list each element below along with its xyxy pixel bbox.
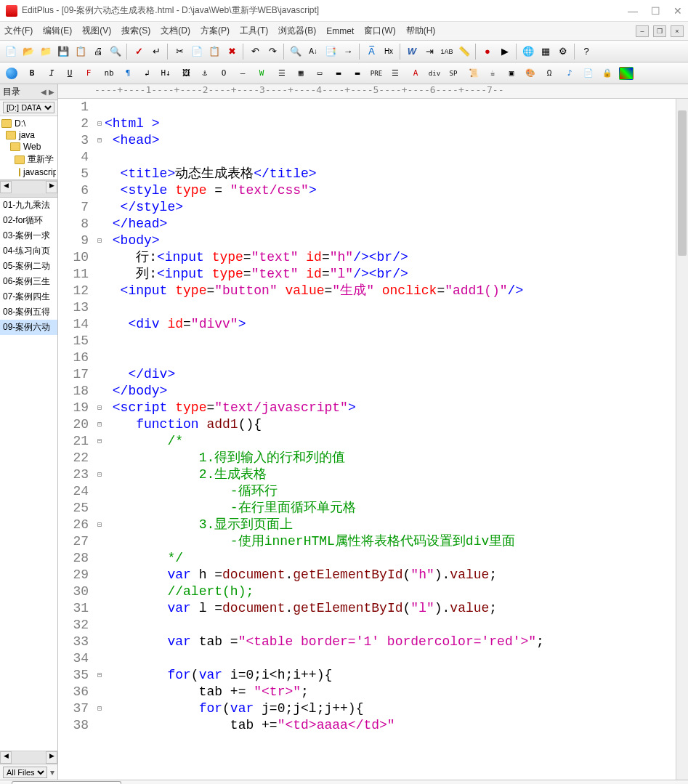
hr-button[interactable]: — <box>234 65 251 81</box>
tab-active[interactable]: 📄 09-案例六动态生成 ⊗ <box>12 781 121 784</box>
save-icon[interactable]: 💾 <box>55 44 71 60</box>
menu-window[interactable]: 窗口(W) <box>364 25 395 37</box>
menu-document[interactable]: 文档(D) <box>161 25 190 37</box>
spellcheck-icon[interactable]: ✓ <box>131 44 147 60</box>
abl-button[interactable]: A <box>407 65 424 81</box>
line-num-icon[interactable]: 1AB <box>439 44 455 60</box>
fold-gutter[interactable]: ⊟⊟⊟⊟⊟⊟⊟⊟⊟⊟ <box>94 99 105 780</box>
cut-icon[interactable]: ✂ <box>171 44 187 60</box>
form-button[interactable]: ▭ <box>311 65 328 81</box>
bold-button[interactable]: B <box>23 65 41 81</box>
delete-icon[interactable]: ✖ <box>224 44 240 60</box>
sidebar-nav-arrows[interactable]: ◀ ▶ <box>41 88 54 96</box>
anchor-button[interactable]: ⚓ <box>196 65 214 81</box>
underline-button[interactable]: U <box>61 65 78 81</box>
filter-select[interactable]: All Files <box>3 767 47 778</box>
music-button[interactable]: ♪ <box>561 65 578 81</box>
file-item[interactable]: 05-案例二动 <box>0 259 57 274</box>
tile-icon[interactable]: ▦ <box>538 44 554 60</box>
tree-node[interactable]: D:\ <box>1 118 56 129</box>
menu-view[interactable]: 视图(V) <box>82 25 111 37</box>
filelist-scrollbar[interactable]: ◀▶ <box>0 751 57 764</box>
nbsp-button[interactable]: nb <box>100 65 118 81</box>
paste-icon[interactable]: 📋 <box>206 44 222 60</box>
para-button[interactable]: ¶ <box>119 65 137 81</box>
textarea-button[interactable]: ▬ <box>349 65 366 81</box>
list-button[interactable]: ☰ <box>387 65 404 81</box>
copy-icon[interactable]: 📄 <box>189 44 205 60</box>
word-icon[interactable]: W <box>404 44 420 60</box>
minimize-button[interactable]: — <box>628 5 638 17</box>
file-item[interactable]: 09-案例六动 <box>0 320 57 335</box>
menu-search[interactable]: 搜索(S) <box>121 25 150 37</box>
file-item[interactable]: 07-案例四生 <box>0 289 57 304</box>
tool1-icon[interactable]: A̅ <box>363 44 379 60</box>
preview-icon[interactable]: 🔍 <box>108 44 124 60</box>
menu-edit[interactable]: 编辑(E) <box>43 25 72 37</box>
indent-icon[interactable]: ⇥ <box>421 44 437 60</box>
menu-project[interactable]: 方案(P) <box>201 25 230 37</box>
record-icon[interactable]: ● <box>479 44 495 60</box>
heading-button[interactable]: H↓ <box>157 65 174 81</box>
tool2-icon[interactable]: Hx <box>381 44 397 60</box>
settings-icon[interactable]: ⚙ <box>555 44 571 60</box>
mdi-restore[interactable]: ❐ <box>653 25 666 37</box>
new-file-icon[interactable]: 📄 <box>3 44 19 60</box>
menu-help[interactable]: 帮助(H) <box>406 25 436 37</box>
tree-scrollbar[interactable]: ◀▶ <box>0 180 57 193</box>
code-editor[interactable]: 1234567891011121314151617181920212223242… <box>58 99 688 780</box>
folder-tree[interactable]: D:\javaWeb重新学javascript <box>0 116 57 180</box>
table-button[interactable]: ▦ <box>292 65 309 81</box>
replace-icon[interactable]: A↓ <box>305 44 321 60</box>
print-icon[interactable]: 🖨 <box>90 44 106 60</box>
w-button[interactable]: W <box>253 65 270 81</box>
div-button[interactable]: div <box>426 65 443 81</box>
tree-node[interactable]: 重新学 <box>1 153 56 166</box>
italic-button[interactable]: I <box>42 65 60 81</box>
help-icon[interactable]: ? <box>578 44 594 60</box>
pre-button[interactable]: PRE <box>368 65 385 81</box>
play-icon[interactable]: ▶ <box>497 44 513 60</box>
object2-button[interactable]: ▣ <box>503 65 520 81</box>
save-all-icon[interactable]: 📋 <box>73 44 89 60</box>
vertical-scrollbar[interactable] <box>676 99 688 780</box>
browser-icon[interactable]: 🌐 <box>520 44 536 60</box>
find-icon[interactable]: 🔍 <box>288 44 304 60</box>
menu-tools[interactable]: 工具(T) <box>240 25 268 37</box>
file-item[interactable]: 04-练习向页 <box>0 243 57 259</box>
input-button[interactable]: ▬ <box>330 65 347 81</box>
tree-node[interactable]: javascript <box>1 166 56 178</box>
drive-selector[interactable]: [D:] DATA <box>0 100 57 116</box>
file-item[interactable]: 01-九九乘法 <box>0 198 57 213</box>
center-button[interactable]: ☰ <box>273 65 291 81</box>
file-filter[interactable]: All Files ▾ <box>0 764 57 780</box>
doc-button[interactable]: 📄 <box>580 65 597 81</box>
file-item[interactable]: 02-for循环 <box>0 213 57 228</box>
file-item[interactable]: 06-案例三生 <box>0 274 57 289</box>
menu-emmet[interactable]: Emmet <box>326 26 354 36</box>
undo-icon[interactable]: ↶ <box>247 44 263 60</box>
char-button[interactable]: Ω <box>541 65 558 81</box>
wordwrap-icon[interactable]: ↵ <box>148 44 164 60</box>
span-button[interactable]: SP <box>445 65 462 81</box>
applet-button[interactable]: ☕ <box>484 65 501 81</box>
menu-browser[interactable]: 浏览器(B) <box>278 25 316 37</box>
font-button[interactable]: F <box>80 65 97 81</box>
image-button[interactable]: 🖼 <box>177 65 195 81</box>
palette-button[interactable] <box>619 67 634 80</box>
tree-node[interactable]: Web <box>1 141 56 153</box>
globe-icon[interactable] <box>3 65 20 81</box>
ruler-icon[interactable]: 📏 <box>456 44 472 60</box>
break-button[interactable]: ↲ <box>138 65 155 81</box>
mdi-close[interactable]: × <box>671 25 684 37</box>
maximize-button[interactable]: ☐ <box>651 5 660 17</box>
goto-icon[interactable]: → <box>340 44 356 60</box>
menu-file[interactable]: 文件(F) <box>4 25 33 37</box>
drive-select[interactable]: [D:] DATA <box>3 102 54 113</box>
mdi-minimize[interactable]: – <box>636 25 649 37</box>
script-button[interactable]: 📜 <box>465 65 482 81</box>
open-remote-icon[interactable]: 📁 <box>38 44 54 60</box>
link-button[interactable]: O <box>215 65 232 81</box>
code-content[interactable]: <html > <head> <title>动态生成表格</title> <st… <box>105 99 676 780</box>
file-item[interactable]: 03-案例一求 <box>0 228 57 243</box>
